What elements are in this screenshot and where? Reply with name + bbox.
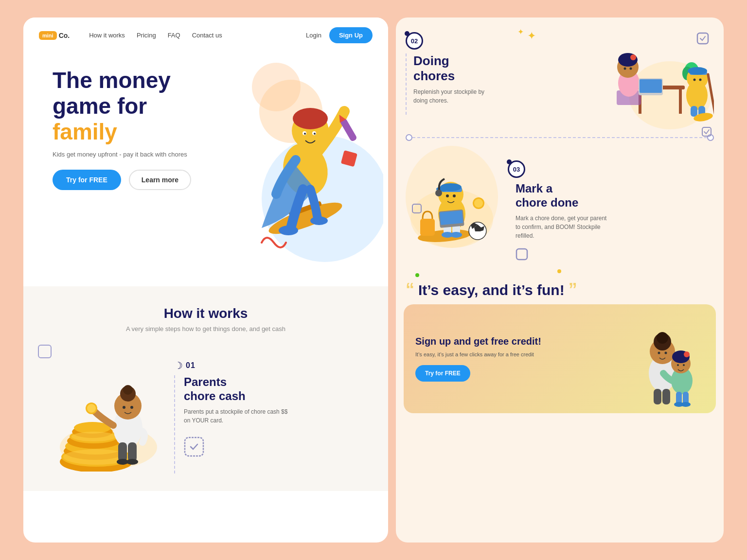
signup-button[interactable]: Sign Up [329,27,373,43]
step-03-badge: 03 [508,160,714,178]
svg-point-109 [681,402,691,407]
step-01-content: Parents chore cash Parents put a stockpi… [174,375,359,459]
step-01-number: 01 [186,361,196,370]
hero-learn-more-button[interactable]: Learn more [129,170,191,190]
logo-mini: mini [39,31,57,40]
svg-point-38 [87,404,96,413]
how-it-works-subtitle: A very simple steps how to get things do… [53,325,359,332]
step-02-number: 02 [406,32,423,50]
sun-decoration-2: ✦ [517,27,524,36]
svg-point-104 [677,364,679,366]
svg-point-36 [130,406,133,409]
nav-faq[interactable]: FAQ [168,32,180,39]
svg-point-48 [630,54,636,60]
svg-rect-99 [662,389,670,404]
svg-point-50 [630,68,632,70]
svg-rect-93 [516,249,527,260]
step-01-desc: Parents put a stockpile of chore cash $$… [184,407,291,425]
moon-icon-01: ☽ [174,360,183,371]
login-button[interactable]: Login [306,32,321,39]
svg-point-9 [304,133,306,135]
quote-open: “ [406,283,414,297]
svg-point-60 [694,79,696,81]
svg-point-111 [665,351,667,354]
cta-title: Sign up and get free credit! [415,335,623,347]
step-01-info: ☽ 01 Parents chore cash Parents put a st… [174,350,359,459]
step-02-deco-box [696,32,709,47]
step-01-title: Parents chore cash [184,375,359,403]
quote-close: ” [569,283,577,297]
nav-links: How it works Pricing FAQ Contact us [89,32,306,39]
cta-illustration [628,315,706,402]
cta-text: Sign up and get free credit! It’s easy, … [415,335,623,382]
svg-point-12 [310,216,328,225]
step-03-section: 03 Mark a chore done Mark a chore done, … [396,146,724,262]
step-02-badge: 02 [406,32,493,50]
skater-illustration [213,63,383,267]
step-01-badge: ☽ 01 [174,360,359,371]
left-panel: mini Co. How it works Pricing FAQ Contac… [23,18,388,542]
fun-title-row: “ It’s easy, and it’s fun! ” [406,282,714,298]
sun-decoration: ✦ [527,30,536,42]
svg-point-79 [446,194,449,197]
svg-point-11 [279,226,298,235]
step-02-desc: Replenish your stockpile by doing chores… [413,88,493,105]
coin-pile-illustration [53,350,164,472]
nav-contact[interactable]: Contact us [192,32,222,39]
step-03-content: Mark a chore done Mark a chore done, get… [508,182,714,240]
svg-rect-43 [679,89,682,114]
fun-title: It’s easy, and it’s fun! [418,282,565,298]
step-02-content: Doing chores Replenish your stockpile by… [406,53,493,105]
svg-point-61 [699,79,702,81]
svg-point-10 [314,133,316,135]
hero-title: The money game for family [53,68,218,145]
step-02-title: Doing chores [413,53,493,84]
svg-point-97 [657,332,668,344]
nav-actions: Login Sign Up [306,27,373,43]
fun-section: “ It’s easy, and it’s fun! ” [396,262,724,298]
svg-rect-67 [702,127,711,136]
step-01-deco-icon [184,437,359,459]
connector-deco-box [701,126,712,139]
right-panel: 02 Doing chores Replenish your stockpile… [396,18,724,542]
svg-rect-52 [640,79,662,93]
connector-row [396,129,724,146]
svg-point-110 [658,351,660,354]
nav-pricing[interactable]: Pricing [137,32,156,39]
cta-try-free-button[interactable]: Try for FREE [415,365,470,382]
step-03-illustration [406,146,498,248]
hero-highlight: family [53,119,117,144]
step-03-info: 03 Mark a chore done Mark a chore done, … [503,146,714,262]
svg-point-49 [624,68,626,70]
step-03-desc: Mark a chore done, get your parent to co… [516,214,613,240]
step-02-illustration: ✦ ✦ [498,27,714,129]
step-02-dashed-line [406,53,407,115]
hero-section: The money game for family Kids get money… [23,53,388,286]
step-02-section: 02 Doing chores Replenish your stockpile… [396,18,724,129]
svg-rect-84 [420,219,435,236]
yellow-dot [557,269,561,273]
svg-point-34 [123,385,133,395]
svg-rect-39 [185,438,203,456]
deco-box-left [38,345,52,358]
svg-rect-62 [691,106,697,117]
hero-subtitle: Kids get money upfront - pay it back wit… [53,151,189,158]
svg-point-26 [71,432,116,441]
navbar: mini Co. How it works Pricing FAQ Contac… [23,18,388,53]
cta-desc: It’s easy, it’s just a few clicks away f… [415,351,623,358]
svg-point-31 [126,459,138,465]
how-it-works-section: How it works A very simple steps how to … [23,286,388,491]
svg-point-35 [123,406,125,409]
green-dot [415,273,419,277]
svg-point-59 [688,67,707,75]
connector-line [412,137,707,138]
nav-how-it-works[interactable]: How it works [89,32,125,39]
svg-point-6 [293,108,328,129]
step-03-deco-box [516,248,714,262]
svg-point-91 [474,199,483,208]
step-03-number: 03 [508,160,525,178]
cta-card: Sign up and get free credit! It’s easy, … [404,304,716,413]
svg-rect-98 [654,389,661,404]
hero-try-free-button[interactable]: Try for FREE [53,170,121,190]
step-01-dashed-line [174,375,175,473]
